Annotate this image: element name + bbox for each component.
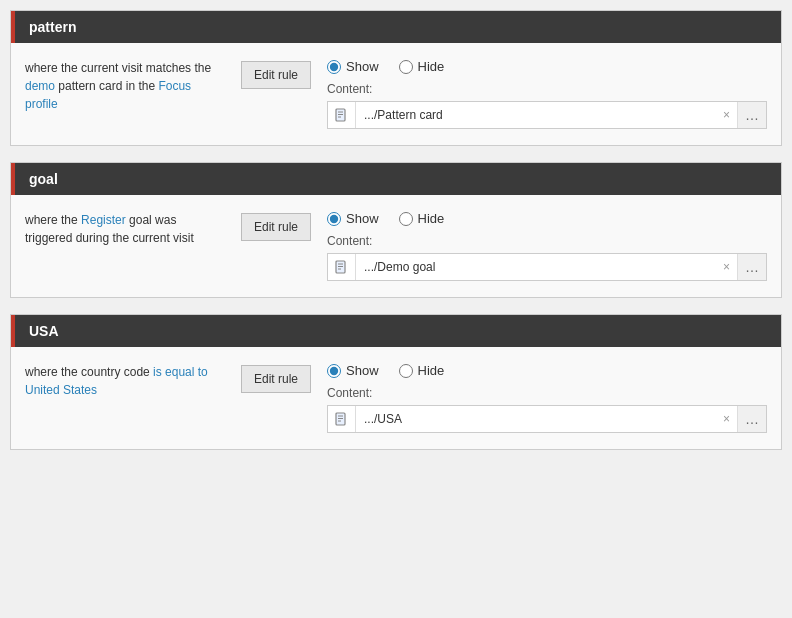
content-field-goal: .../Demo goal×… bbox=[327, 253, 767, 281]
rule-options-pattern: ShowHideContent: .../Pattern card×… bbox=[327, 59, 767, 129]
document-icon-usa bbox=[328, 406, 356, 432]
hide-label-text-goal: Hide bbox=[418, 211, 445, 226]
rule-body-pattern: where the current visit matches the demo… bbox=[11, 43, 781, 145]
content-label-goal: Content: bbox=[327, 234, 767, 248]
hide-radio-label-usa[interactable]: Hide bbox=[399, 363, 445, 378]
rule-description-link[interactable]: Register bbox=[81, 213, 126, 227]
content-field-clear-goal[interactable]: × bbox=[716, 254, 737, 280]
hide-label-text-pattern: Hide bbox=[418, 59, 445, 74]
content-field-text-pattern: .../Pattern card bbox=[356, 108, 716, 122]
rule-description-usa: where the country code is equal to Unite… bbox=[25, 363, 225, 399]
hide-radio-label-goal[interactable]: Hide bbox=[399, 211, 445, 226]
rule-body-goal: where the Register goal was triggered du… bbox=[11, 195, 781, 297]
show-hide-row-goal: ShowHide bbox=[327, 211, 767, 226]
rule-options-goal: ShowHideContent: .../Demo goal×… bbox=[327, 211, 767, 281]
content-field-browse-goal[interactable]: … bbox=[737, 254, 766, 280]
content-field-pattern: .../Pattern card×… bbox=[327, 101, 767, 129]
rule-card-pattern: patternwhere the current visit matches t… bbox=[10, 10, 782, 146]
show-label-text-usa: Show bbox=[346, 363, 379, 378]
content-label-pattern: Content: bbox=[327, 82, 767, 96]
content-field-text-usa: .../USA bbox=[356, 412, 716, 426]
content-label-usa: Content: bbox=[327, 386, 767, 400]
show-radio-label-goal[interactable]: Show bbox=[327, 211, 379, 226]
hide-radio-usa[interactable] bbox=[399, 364, 413, 378]
edit-rule-button-pattern[interactable]: Edit rule bbox=[241, 61, 311, 89]
hide-radio-pattern[interactable] bbox=[399, 60, 413, 74]
edit-rule-button-goal[interactable]: Edit rule bbox=[241, 213, 311, 241]
show-label-text-goal: Show bbox=[346, 211, 379, 226]
show-radio-goal[interactable] bbox=[327, 212, 341, 226]
content-field-browse-pattern[interactable]: … bbox=[737, 102, 766, 128]
content-field-usa: .../USA×… bbox=[327, 405, 767, 433]
rule-description-goal: where the Register goal was triggered du… bbox=[25, 211, 225, 247]
rule-header-goal: goal bbox=[11, 163, 781, 195]
show-hide-row-usa: ShowHide bbox=[327, 363, 767, 378]
hide-radio-label-pattern[interactable]: Hide bbox=[399, 59, 445, 74]
show-radio-label-usa[interactable]: Show bbox=[327, 363, 379, 378]
rule-card-usa: USAwhere the country code is equal to Un… bbox=[10, 314, 782, 450]
hide-label-text-usa: Hide bbox=[418, 363, 445, 378]
rule-description-link[interactable]: is equal to United States bbox=[25, 365, 208, 397]
show-radio-label-pattern[interactable]: Show bbox=[327, 59, 379, 74]
document-icon-goal bbox=[328, 254, 356, 280]
rule-card-goal: goalwhere the Register goal was triggere… bbox=[10, 162, 782, 298]
show-radio-usa[interactable] bbox=[327, 364, 341, 378]
rule-header-pattern: pattern bbox=[11, 11, 781, 43]
edit-rule-button-usa[interactable]: Edit rule bbox=[241, 365, 311, 393]
content-field-text-goal: .../Demo goal bbox=[356, 260, 716, 274]
content-field-clear-pattern[interactable]: × bbox=[716, 102, 737, 128]
show-radio-pattern[interactable] bbox=[327, 60, 341, 74]
rule-header-usa: USA bbox=[11, 315, 781, 347]
show-hide-row-pattern: ShowHide bbox=[327, 59, 767, 74]
rule-options-usa: ShowHideContent: .../USA×… bbox=[327, 363, 767, 433]
rule-description-pattern: where the current visit matches the demo… bbox=[25, 59, 225, 113]
hide-radio-goal[interactable] bbox=[399, 212, 413, 226]
rule-description-link[interactable]: demo bbox=[25, 79, 55, 93]
rule-body-usa: where the country code is equal to Unite… bbox=[11, 347, 781, 449]
content-field-clear-usa[interactable]: × bbox=[716, 406, 737, 432]
show-label-text-pattern: Show bbox=[346, 59, 379, 74]
content-field-browse-usa[interactable]: … bbox=[737, 406, 766, 432]
document-icon-pattern bbox=[328, 102, 356, 128]
